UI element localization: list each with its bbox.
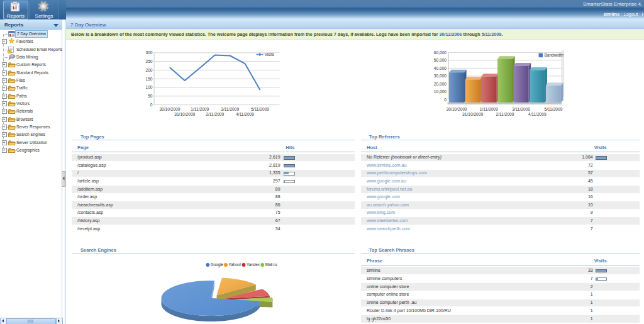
svg-text:30,000: 30,000 [434,74,447,78]
svg-text:3/11/2009: 3/11/2009 [221,107,239,111]
svg-text:31/10/2009: 31/10/2009 [462,112,483,116]
svg-text:2/11/2009: 2/11/2009 [496,112,514,116]
svg-text:2/11/2009: 2/11/2009 [206,112,224,116]
svg-text:0: 0 [150,103,153,107]
svg-text:30/10/2009: 30/10/2009 [446,107,467,111]
svg-text:5/11/2009: 5/11/2009 [251,107,269,111]
svg-text:4/11/2009: 4/11/2009 [236,112,254,116]
svg-text:4/11/2009: 4/11/2009 [528,112,547,116]
svg-text:Google: Google [211,262,224,267]
svg-text:0: 0 [444,98,447,102]
svg-text:31/10/2009: 31/10/2009 [174,112,195,116]
svg-text:5/11/2009: 5/11/2009 [544,107,562,111]
svg-text:1/11/2009: 1/11/2009 [191,107,209,111]
svg-text:Visits: Visits [265,52,275,57]
svg-text:50,000: 50,000 [434,58,447,62]
svg-text:100: 100 [145,85,152,89]
svg-text:3/11/2009: 3/11/2009 [512,107,530,111]
svg-text:20,000: 20,000 [434,82,447,86]
svg-text:Yahoo!: Yahoo! [229,262,242,267]
svg-text:250: 250 [145,59,152,64]
svg-text:50: 50 [148,94,153,98]
svg-text:1/11/2009: 1/11/2009 [480,107,498,111]
svg-text:Mail.ru: Mail.ru [265,262,277,267]
svg-text:200: 200 [145,68,152,72]
svg-text:30/10/2009: 30/10/2009 [159,107,180,111]
svg-text:60,000: 60,000 [434,50,447,55]
svg-text:10,000: 10,000 [434,89,447,94]
svg-text:300: 300 [145,50,152,55]
svg-text:Bandwidth: Bandwidth [545,53,564,57]
svg-text:40,000: 40,000 [434,66,447,70]
svg-text:150: 150 [145,77,152,81]
svg-text:Yandex: Yandex [247,262,260,267]
